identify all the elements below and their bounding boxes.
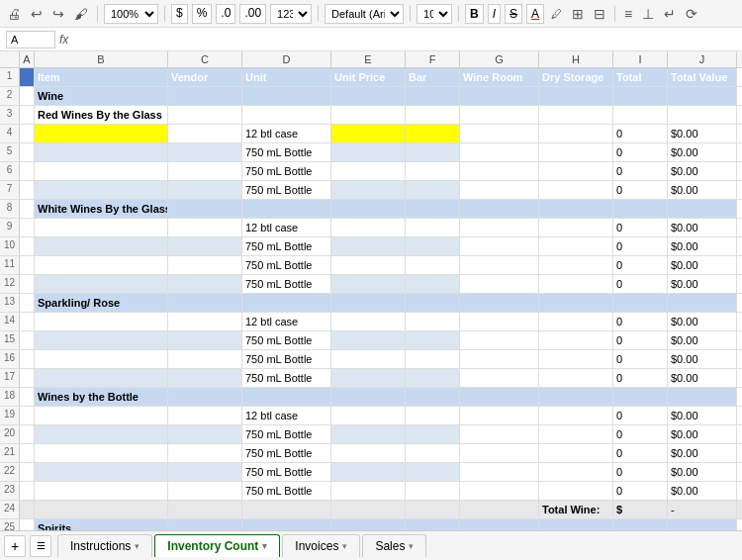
cell-c15[interactable] (168, 331, 242, 349)
cell-e22[interactable] (331, 463, 406, 481)
cell-c18[interactable] (168, 388, 242, 406)
align-icon[interactable]: ≡ (621, 4, 635, 24)
cell-g12[interactable] (460, 275, 539, 293)
number-format-select[interactable]: 123 (270, 4, 312, 24)
cell-d21[interactable]: 750 mL Bottle (242, 444, 331, 462)
cell-h25[interactable] (539, 519, 613, 530)
cell-f24[interactable] (406, 501, 460, 518)
cell-i20[interactable]: 0 (613, 425, 668, 443)
formula-input[interactable] (72, 34, 736, 46)
cell-a5[interactable] (20, 143, 35, 161)
cell-g17[interactable] (460, 369, 539, 387)
cell-a7[interactable] (20, 181, 35, 199)
cell-f8[interactable] (406, 200, 460, 218)
cell-j11[interactable]: $0.00 (668, 256, 737, 274)
cell-g6[interactable] (460, 162, 539, 180)
currency-btn[interactable]: $ (171, 4, 188, 24)
cell-b11[interactable] (35, 256, 168, 274)
cell-g14[interactable] (460, 313, 539, 330)
cell-h10[interactable] (539, 237, 613, 255)
cell-h1-drystorage[interactable]: Dry Storage (539, 68, 613, 86)
cell-i4-total[interactable]: 0 (613, 125, 668, 142)
cell-e11[interactable] (331, 256, 406, 274)
cell-h8[interactable] (539, 200, 613, 218)
cell-b3-redwines[interactable]: Red Wines By the Glass (35, 106, 168, 124)
cell-f16[interactable] (406, 350, 460, 368)
cell-e20[interactable] (331, 425, 406, 443)
cell-e4[interactable] (331, 125, 406, 142)
cell-j25[interactable] (668, 519, 737, 530)
cell-j8[interactable] (668, 200, 737, 218)
cell-f15[interactable] (406, 331, 460, 349)
highlight-icon[interactable]: 🖊 (548, 6, 565, 22)
cell-f4[interactable] (406, 125, 460, 142)
cell-f1-bar[interactable]: Bar (406, 68, 460, 86)
cell-a12[interactable] (20, 275, 35, 293)
cell-f9[interactable] (406, 219, 460, 236)
cell-b1-item[interactable]: Item (35, 68, 168, 86)
col-g[interactable]: G (460, 51, 539, 67)
cell-e18[interactable] (331, 388, 406, 406)
cell-c1-vendor[interactable]: Vendor (168, 68, 242, 86)
cell-c16[interactable] (168, 350, 242, 368)
cell-g11[interactable] (460, 256, 539, 274)
cell-e7[interactable] (331, 181, 406, 199)
cell-f25[interactable] (406, 519, 460, 530)
cell-j15[interactable]: $0.00 (668, 331, 737, 349)
cell-a16[interactable] (20, 350, 35, 368)
cell-d25[interactable] (242, 519, 331, 530)
cell-c5[interactable] (168, 143, 242, 161)
cell-b25-spirits[interactable]: Spirits (35, 519, 168, 530)
cell-b19[interactable] (35, 407, 168, 424)
cell-e23[interactable] (331, 482, 406, 500)
cell-g25[interactable] (460, 519, 539, 530)
cell-a11[interactable] (20, 256, 35, 274)
cell-a21[interactable] (20, 444, 35, 462)
cell-f21[interactable] (406, 444, 460, 462)
cell-b6[interactable] (35, 162, 168, 180)
cell-d14[interactable]: 12 btl case (242, 313, 331, 330)
cell-f17[interactable] (406, 369, 460, 387)
font-size-select[interactable]: 10 (417, 4, 452, 24)
cell-c14[interactable] (168, 313, 242, 330)
tab-instructions[interactable]: Instructions ▾ (57, 534, 152, 557)
cell-g2[interactable] (460, 87, 539, 105)
cell-a24[interactable] (20, 501, 35, 518)
col-j[interactable]: J (668, 51, 737, 67)
cell-i3[interactable] (613, 106, 668, 124)
cell-d24[interactable] (242, 501, 331, 518)
cell-d22[interactable]: 750 mL Bottle (242, 463, 331, 481)
wrap-icon[interactable]: ↵ (661, 4, 679, 24)
cell-e13[interactable] (331, 294, 406, 312)
col-d[interactable]: D (242, 51, 331, 67)
cell-b21[interactable] (35, 444, 168, 462)
cell-h24-totalwine-label[interactable]: Total Wine: (539, 501, 613, 518)
cell-f22[interactable] (406, 463, 460, 481)
cell-j1-totalvalue[interactable]: Total Value (668, 68, 737, 86)
cell-h6[interactable] (539, 162, 613, 180)
cell-f14[interactable] (406, 313, 460, 330)
cell-g21[interactable] (460, 444, 539, 462)
cell-e12[interactable] (331, 275, 406, 293)
cell-a1[interactable] (20, 68, 35, 86)
cell-j21[interactable]: $0.00 (668, 444, 737, 462)
bold-button[interactable]: B (465, 4, 484, 24)
cell-i16[interactable]: 0 (613, 350, 668, 368)
cell-d4-12btl[interactable]: 12 btl case (242, 125, 331, 142)
cell-d2[interactable] (242, 87, 331, 105)
cell-i17[interactable]: 0 (613, 369, 668, 387)
cell-h21[interactable] (539, 444, 613, 462)
cell-c3[interactable] (168, 106, 242, 124)
rotate-icon[interactable]: ⟳ (683, 4, 700, 24)
cell-f12[interactable] (406, 275, 460, 293)
cell-j23[interactable]: $0.00 (668, 482, 737, 500)
cell-f20[interactable] (406, 425, 460, 443)
cell-j4-value[interactable]: $0.00 (668, 125, 737, 142)
cell-h12[interactable] (539, 275, 613, 293)
cell-i14[interactable]: 0 (613, 313, 668, 330)
cell-h5[interactable] (539, 143, 613, 161)
cell-c24[interactable] (168, 501, 242, 518)
decimal-two-btn[interactable]: .00 (239, 4, 266, 24)
cell-h2[interactable] (539, 87, 613, 105)
cell-j24-dash[interactable]: - (668, 501, 737, 518)
